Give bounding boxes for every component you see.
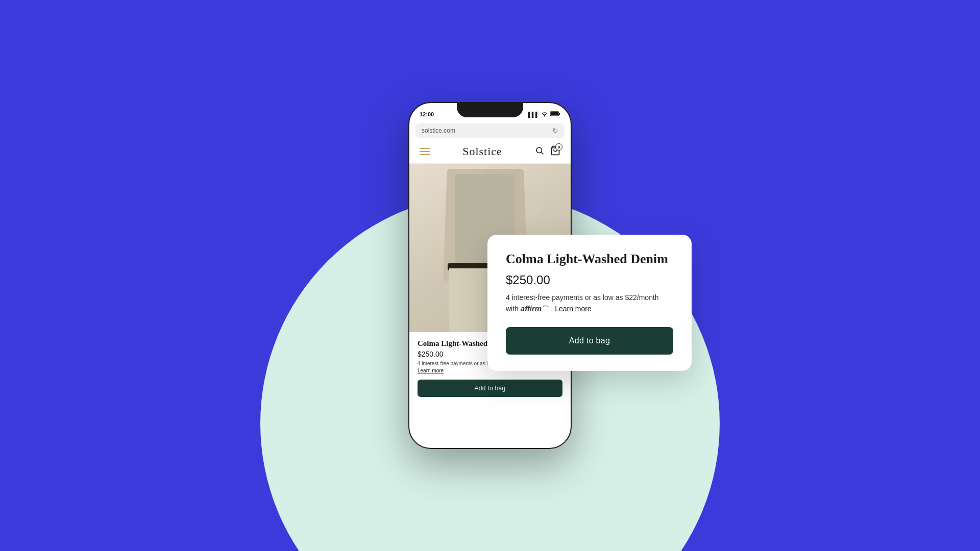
cart-badge: 0: [555, 143, 562, 151]
nav-icons: 0: [535, 145, 560, 158]
status-icons: ▌▌▌: [528, 111, 560, 118]
status-time: 12:00: [420, 111, 434, 117]
browser-bar[interactable]: solstice.com ↻: [415, 123, 565, 138]
phone-nav: Solstice 0: [409, 140, 571, 164]
popup-learn-more[interactable]: Learn more: [555, 305, 592, 313]
svg-rect-1: [559, 113, 560, 115]
popup-card: Colma Light-Washed Denim $250.00 4 inter…: [487, 235, 692, 371]
signal-icon: ▌▌▌: [528, 112, 539, 117]
battery-icon: [550, 111, 560, 118]
brand-logo: Solstice: [462, 145, 502, 158]
popup-affirm-brand: affirm⌒: [521, 304, 551, 313]
popup-price: $250.00: [506, 273, 673, 287]
add-to-bag-phone[interactable]: Add to bag: [418, 380, 562, 397]
svg-line-4: [541, 152, 543, 154]
popup-product-title: Colma Light-Washed Denim: [506, 251, 673, 267]
search-icon[interactable]: [535, 146, 544, 157]
reload-icon[interactable]: ↻: [552, 127, 558, 135]
add-to-bag-popup[interactable]: Add to bag: [506, 327, 673, 355]
learn-more-phone[interactable]: Learn more: [418, 368, 444, 373]
svg-point-3: [536, 147, 542, 153]
hamburger-menu[interactable]: [420, 148, 430, 155]
wifi-icon: [541, 111, 548, 118]
browser-url: solstice.com: [422, 127, 455, 134]
svg-rect-2: [551, 112, 558, 116]
cart-icon[interactable]: 0: [550, 145, 560, 158]
popup-affirm-text: 4 interest-free payments or as low as $2…: [506, 292, 673, 315]
phone-notch: [457, 103, 523, 117]
scene-container: 12:00 ▌▌▌ solstice.com: [299, 56, 681, 495]
